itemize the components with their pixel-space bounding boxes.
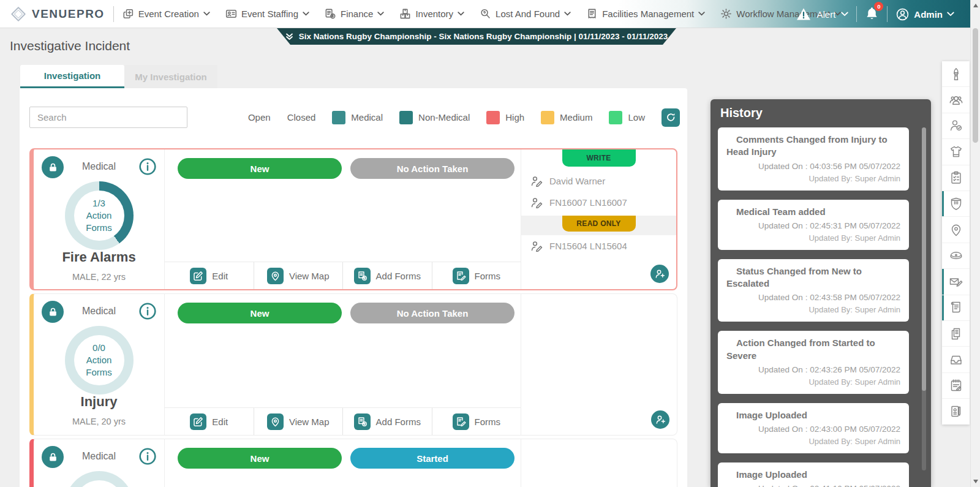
document-pen-icon <box>949 404 963 419</box>
progress-fraction: 1/3 <box>92 197 105 210</box>
progress-label: Forms <box>86 366 112 379</box>
finance-icon <box>325 8 336 20</box>
tab-investigation[interactable]: Investigation <box>20 65 124 88</box>
progress-fraction: 0/0 <box>92 342 105 354</box>
history-entry: Status Changed from New to Escalated Upd… <box>718 259 909 322</box>
event-banner[interactable]: Six Nations Rugby Championship - Six Nat… <box>277 28 676 45</box>
page-scrollbar[interactable] <box>970 0 980 487</box>
magnifier-icon <box>480 8 491 20</box>
toolbar-locations-button[interactable] <box>942 217 970 243</box>
toolbar-incident-report-button[interactable] <box>942 269 970 295</box>
status-pill-new[interactable]: New <box>178 303 342 323</box>
toolbar-notes-button[interactable] <box>942 373 970 399</box>
action-pill-started[interactable]: Started <box>350 448 514 469</box>
progress-label: Action <box>86 354 112 366</box>
nav-item-event-staffing[interactable]: Event Staffing <box>225 8 309 20</box>
nav-item-lost-and-found[interactable]: Lost And Found <box>480 8 571 20</box>
legend-open[interactable]: Open <box>248 112 271 123</box>
medical-swatch <box>332 111 345 124</box>
assignee-row: FN15604 LN15604 <box>521 235 676 257</box>
refresh-button[interactable] <box>662 108 680 127</box>
action-forms-donut: 1/3 Action Forms <box>65 181 134 250</box>
action-pill[interactable]: No Action Taken <box>350 303 514 323</box>
history-scrollbar[interactable] <box>922 127 926 470</box>
legend-low[interactable]: Low <box>609 111 645 124</box>
add-person-button[interactable] <box>650 265 669 283</box>
nav-item-finance[interactable]: Finance <box>325 8 384 20</box>
add-person-button[interactable] <box>651 410 669 429</box>
status-pill-new[interactable]: New <box>178 158 342 179</box>
incident-demographics: MALE, 20 yrs <box>34 417 164 426</box>
incident-title: Fire Alarms <box>34 249 164 265</box>
chevron-down-icon <box>377 12 384 16</box>
low-swatch <box>609 111 622 124</box>
toolbar-attendance-button[interactable] <box>942 113 970 139</box>
alert-menu[interactable]: Alert <box>796 7 848 21</box>
toolbar-security-button[interactable] <box>942 191 970 217</box>
legend-label: Medical <box>351 112 383 123</box>
forms-button[interactable]: Forms <box>432 408 521 435</box>
toolbar-inbox-button[interactable] <box>942 347 970 372</box>
tab-my-investigation[interactable]: My Investigation <box>124 65 217 88</box>
legend-high[interactable]: High <box>486 111 524 124</box>
view-map-button[interactable]: View Map <box>254 408 343 435</box>
add-forms-button[interactable]: Add Forms <box>342 408 432 435</box>
legend-non-medical[interactable]: Non-Medical <box>399 111 470 124</box>
add-forms-label: Add Forms <box>376 271 421 281</box>
history-entry-title: Action Changed from Started to Severe <box>726 337 900 362</box>
forms-label: Forms <box>475 417 501 427</box>
torch-icon <box>949 67 963 81</box>
notepad-icon <box>949 378 963 393</box>
non-medical-swatch <box>399 111 413 124</box>
legend-closed[interactable]: Closed <box>287 112 316 123</box>
toolbar-reports-button[interactable] <box>942 295 970 321</box>
assignee-name: FN15604 LN15604 <box>549 241 627 251</box>
history-updated-on: Updated On : 02:43:00 PM 05/07/2022 <box>726 425 900 434</box>
toolbar-teams-button[interactable] <box>942 87 970 113</box>
document-plus-icon <box>354 413 371 430</box>
info-button[interactable] <box>138 302 157 323</box>
scrollbar-down-arrow[interactable] <box>973 480 978 483</box>
nav-item-facilities-management[interactable]: Facilities Management <box>586 8 705 20</box>
history-updated-by: Updated By: Super Admin <box>726 377 900 387</box>
legend-label: High <box>505 112 524 123</box>
history-entry: Action Changed from Started to Severe Up… <box>718 331 909 394</box>
admin-menu[interactable]: Admin <box>895 7 954 21</box>
add-forms-button[interactable]: Add Forms <box>342 262 432 289</box>
action-pill[interactable]: No Action Taken <box>350 158 514 179</box>
edit-button[interactable]: Edit <box>165 408 254 435</box>
toolbar-officers-button[interactable] <box>942 243 970 269</box>
edit-button[interactable]: Edit <box>165 262 254 289</box>
toolbar-tasks-button[interactable] <box>942 165 970 191</box>
page-title: Investigative Incident <box>10 39 130 53</box>
status-pill-new[interactable]: New <box>178 448 342 469</box>
document-pencil-icon <box>453 413 469 430</box>
info-button[interactable] <box>138 157 157 178</box>
view-map-button[interactable]: View Map <box>254 262 343 289</box>
person-edit-icon <box>530 197 543 208</box>
history-panel: History Comments Changed from Injury to … <box>710 99 931 487</box>
history-scrollbar-thumb[interactable] <box>922 127 926 391</box>
nav-item-event-creation[interactable]: Event Creation <box>123 8 210 20</box>
map-pin-icon <box>267 413 284 430</box>
toolbar-uniform-button[interactable] <box>942 139 970 165</box>
toolbar-documents-button[interactable] <box>942 321 970 347</box>
search-input[interactable] <box>29 107 187 128</box>
brand-name: VENUEPRO <box>32 7 105 21</box>
legend-medical[interactable]: Medical <box>332 111 383 124</box>
incident-card: Medical 0/0 Action Forms Injury MALE, 20… <box>29 293 677 436</box>
legend-label: Non-Medical <box>418 112 470 123</box>
scrollbar-thumb[interactable] <box>973 28 978 143</box>
investigation-panel: Open Closed Medical Non-Medical High Med… <box>20 88 687 487</box>
toolbar-event-button[interactable] <box>942 61 970 87</box>
notifications-bell-button[interactable]: 0 <box>865 5 879 24</box>
nav-item-inventory[interactable]: Inventory <box>399 8 464 20</box>
document-pencil-icon <box>453 268 469 284</box>
info-button[interactable] <box>138 447 157 468</box>
toolbar-forms-button[interactable] <box>942 399 970 425</box>
person-edit-icon <box>530 240 543 252</box>
forms-button[interactable]: Forms <box>432 262 521 289</box>
map-pin-icon <box>267 268 284 284</box>
scrollbar-up-arrow[interactable] <box>973 4 978 7</box>
legend-medium[interactable]: Medium <box>541 111 592 124</box>
